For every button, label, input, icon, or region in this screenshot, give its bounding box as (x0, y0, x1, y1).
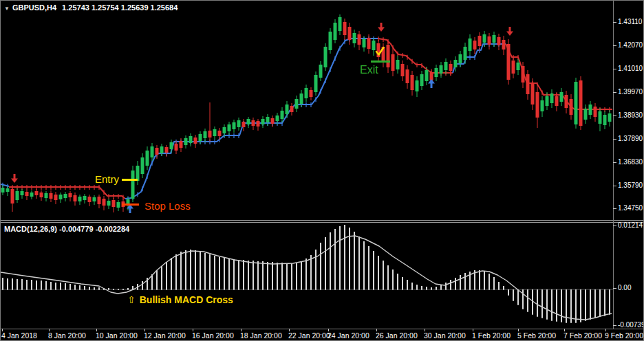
bull-candle (459, 54, 462, 63)
price-axis-tick (613, 208, 616, 209)
price-axis-tick (613, 69, 616, 69)
price-chart-canvas[interactable] (1, 1, 613, 220)
price-axis-label: 1.35790 (618, 182, 643, 190)
bull-candle (560, 92, 564, 102)
bull-candle (266, 117, 270, 122)
price-axis-label: 1.37890 (618, 135, 643, 143)
bull-candle (517, 63, 520, 70)
bear-candle (348, 27, 352, 40)
bull-candle (107, 201, 111, 206)
bull-candle (276, 116, 279, 121)
bull-candle (247, 119, 250, 124)
symbol-dropdown-icon[interactable]: ▼ (4, 6, 10, 12)
panel-divider[interactable] (1, 220, 644, 223)
buy-arrow-icon (428, 79, 435, 88)
time-axis-label: 18 Jan 20:00 (240, 331, 282, 340)
bullish-up-arrow-icon: ⇧ (127, 294, 136, 305)
entry-annotation: Entry (95, 173, 119, 185)
bull-candle (608, 113, 612, 122)
bull-candle (295, 99, 299, 109)
bullish-macd-cross-annotation: ⇧Bullish MACD Cross (127, 294, 233, 305)
macd-indicator-label: MACD(12,26,9) -0.004779 -0.002284 (4, 225, 129, 233)
price-axis-label: 1.38930 (618, 111, 643, 120)
bull-candle (204, 131, 207, 138)
price-axis-tick (613, 139, 616, 140)
bear-candle (35, 191, 39, 195)
bull-candle (78, 197, 82, 201)
bear-candle (165, 147, 169, 153)
bear-candle (40, 192, 43, 197)
bull-candle (189, 136, 193, 143)
bull-candle (435, 68, 438, 77)
bull-candle (237, 120, 241, 127)
bull-candle (469, 38, 472, 51)
time-axis-tick (473, 329, 473, 331)
bull-candle (21, 191, 24, 195)
bear-candle (536, 92, 539, 118)
bear-candle (54, 195, 58, 200)
bull-candle (59, 195, 63, 199)
bull-candle (603, 115, 607, 125)
price-axis-tick (613, 186, 616, 186)
price-axis-tick (613, 92, 616, 93)
bull-candle (223, 127, 226, 133)
bear-candle (478, 36, 482, 46)
bull-candle (396, 60, 400, 69)
bear-candle (180, 141, 183, 148)
bull-candle (493, 35, 496, 43)
time-axis-label: 9 Feb 20:00 (605, 331, 643, 340)
time-axis-label: 1 Feb 20:00 (472, 331, 511, 340)
bull-candle (170, 142, 173, 149)
bull-candle (550, 94, 554, 103)
bear-candle (570, 99, 573, 115)
bull-candle (261, 119, 265, 124)
sell-arrow-icon (378, 23, 385, 32)
bear-candle (579, 80, 583, 126)
bull-candle (213, 129, 217, 136)
time-axis-label: 4 Jan 2018 (1, 331, 37, 340)
bull-candle (131, 170, 135, 199)
time-axis-tick (49, 329, 50, 331)
bull-candle (339, 17, 342, 31)
bull-candle (160, 146, 164, 153)
price-axis-tick (613, 116, 616, 116)
price-axis-label: 1.41010 (618, 65, 643, 73)
bull-candle (281, 111, 284, 119)
macd-axis-tick (613, 325, 616, 326)
bear-candle (112, 200, 116, 207)
bull-candle (483, 34, 486, 43)
exit-annotation: Exit (360, 64, 378, 76)
time-axis-tick (564, 329, 565, 331)
bull-candle (599, 111, 602, 124)
bear-candle (406, 69, 409, 83)
bull-candle (319, 65, 323, 78)
macd-axis-tick (613, 288, 616, 289)
bear-candle (411, 75, 414, 90)
stop-loss-annotation: Stop Loss (144, 200, 191, 212)
bull-candle (83, 196, 87, 200)
bull-candle (314, 75, 318, 92)
bull-candle (6, 188, 10, 192)
macd-axis-tick (613, 226, 616, 226)
bear-candle (155, 148, 159, 155)
macd-canvas[interactable] (1, 223, 613, 329)
bullish-macd-cross-text: Bullish MACD Cross (140, 294, 233, 305)
bear-candle (242, 122, 246, 127)
time-axis-tick (241, 329, 242, 331)
price-axis-label: 1.43110 (618, 18, 642, 26)
time-axis-tick (376, 329, 377, 331)
bull-candle (30, 192, 34, 197)
time-axis-label: 7 Feb 20:00 (564, 331, 602, 340)
bear-candle (473, 41, 477, 50)
time-axis-tick (96, 329, 97, 331)
bear-candle (98, 197, 101, 204)
macd-axis-label: -0.007399 (618, 321, 644, 329)
bull-candle (300, 94, 303, 104)
bull-candle (440, 65, 443, 74)
bull-candle (151, 146, 154, 157)
price-axis-label: 1.39970 (618, 88, 643, 96)
bull-candle (541, 100, 544, 111)
bear-candle (50, 193, 53, 199)
bear-candle (252, 120, 255, 126)
bear-candle (565, 95, 568, 108)
